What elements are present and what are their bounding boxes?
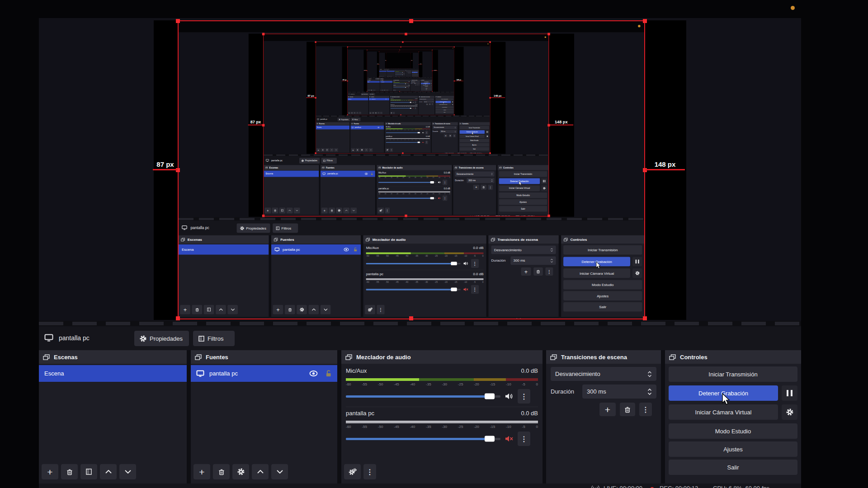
exit-button[interactable]: Salir [460, 147, 489, 151]
start-virtual-camera-button[interactable]: Iniciar Cámara Virtual [499, 185, 540, 191]
scene-filters-button[interactable] [326, 148, 329, 152]
filters-button[interactable]: Filtros [273, 223, 298, 233]
spinbox-arrows-icon[interactable] [433, 101, 433, 103]
move-scene-down-button[interactable] [227, 305, 238, 314]
scenes-panel-header[interactable]: Escenas [316, 122, 350, 125]
crop-handle-top-right[interactable] [432, 50, 433, 50]
channel-menu-button[interactable]: ⋮ [404, 74, 405, 75]
speaker-muted-icon[interactable] [463, 287, 468, 292]
properties-button[interactable]: Propiedades [361, 93, 368, 95]
volume-slider[interactable] [386, 132, 421, 133]
scene-item[interactable]: Escena [316, 126, 350, 129]
transition-select[interactable]: Desvanecimiento [433, 126, 457, 129]
controls-panel-header[interactable]: Controles [561, 235, 644, 244]
channel-menu-button[interactable]: ⋮ [443, 196, 447, 201]
scene-item[interactable]: Escena [179, 244, 269, 255]
remove-scene-button[interactable] [192, 305, 203, 314]
crop-handle-top-right[interactable] [489, 41, 491, 42]
speaker-icon[interactable] [422, 132, 425, 134]
crop-selection-rect[interactable]: 87 px 148 px pantalla pc Propiedades Fi [379, 52, 419, 77]
remove-transition-button[interactable] [448, 134, 452, 137]
transition-menu-button[interactable]: ⋮ [418, 84, 419, 86]
crop-handle-bottom-left[interactable] [176, 316, 180, 320]
settings-button[interactable]: Ajustes [563, 291, 642, 300]
filters-button[interactable]: Filtros [369, 93, 375, 95]
start-virtual-camera-button[interactable]: Iniciar Cámara Virtual [563, 268, 630, 278]
crop-handle-bottom-right[interactable] [547, 215, 550, 217]
spinbox-arrows-icon[interactable] [491, 179, 493, 182]
channel-menu-button[interactable]: ⋮ [425, 131, 428, 134]
start-virtual-camera-button[interactable]: Iniciar Cámara Virtual [421, 84, 430, 86]
move-scene-down-button[interactable] [359, 112, 361, 114]
add-transition-button[interactable]: + [426, 103, 428, 105]
volume-slider-thumb[interactable] [410, 102, 411, 103]
crop-handle-top-middle[interactable] [402, 41, 403, 42]
scenes-panel-header[interactable]: Escenas [39, 350, 187, 364]
move-source-down-button[interactable] [387, 89, 388, 91]
crop-handle-top-right[interactable] [419, 52, 419, 52]
add-scene-button[interactable]: + [264, 208, 271, 214]
exit-button[interactable]: Salir [436, 111, 454, 113]
crop-handle-top-middle[interactable] [409, 19, 413, 23]
crop-handle-bottom-right[interactable] [643, 316, 647, 320]
transition-menu-button[interactable]: ⋮ [639, 403, 652, 416]
visibility-eye-icon[interactable] [309, 371, 318, 376]
channel-menu-button[interactable]: ⋮ [415, 107, 416, 109]
spinbox-arrows-icon[interactable] [419, 83, 420, 84]
filters-button[interactable]: Filtros [321, 158, 337, 164]
dock-splitter[interactable] [179, 217, 644, 221]
mixer-menu-button[interactable]: ⋮ [393, 112, 395, 114]
volume-slider[interactable] [391, 102, 412, 103]
add-scene-button[interactable]: + [316, 148, 320, 152]
move-source-down-button[interactable] [369, 148, 373, 152]
channel-menu-button[interactable]: ⋮ [415, 101, 416, 103]
duration-spinbox[interactable]: 300 ms [424, 101, 434, 103]
studio-mode-button[interactable]: Modo Estudio [460, 139, 489, 142]
remove-transition-button[interactable] [429, 103, 431, 105]
virtual-camera-settings-button[interactable] [541, 185, 547, 191]
volume-slider[interactable] [346, 438, 500, 440]
transition-menu-button[interactable]: ⋮ [488, 185, 492, 190]
move-scene-up-button[interactable] [100, 464, 117, 479]
audio-mixer-header[interactable]: Mezclador de audio [363, 235, 486, 244]
scene-filters-button[interactable] [204, 305, 214, 314]
mixer-menu-button[interactable]: ⋮ [363, 464, 376, 479]
crop-handle-top-middle[interactable] [399, 52, 399, 52]
source-item[interactable]: pantalla pc [369, 98, 389, 100]
move-scene-up-button[interactable] [356, 112, 359, 114]
crop-handle-top-right[interactable] [454, 47, 455, 47]
start-virtual-camera-button[interactable]: Iniciar Cámara Virtual [669, 404, 778, 420]
settings-button[interactable]: Ajustes [499, 199, 547, 205]
properties-button[interactable]: Propiedades [237, 223, 270, 233]
settings-button[interactable]: Ajustes [669, 441, 797, 457]
crop-selection-rect[interactable] [386, 53, 410, 69]
source-properties-button[interactable] [297, 305, 307, 314]
sources-panel-header[interactable]: Fuentes [191, 350, 337, 364]
studio-mode-button[interactable]: Modo Estudio [669, 423, 797, 439]
crop-handle-top-middle[interactable] [405, 33, 407, 36]
transition-menu-button[interactable]: ⋮ [431, 103, 433, 105]
mixer-menu-button[interactable]: ⋮ [385, 208, 390, 214]
properties-button[interactable]: Propiedades [134, 331, 189, 346]
start-streaming-button[interactable]: Iniciar Transmisión [436, 98, 454, 100]
volume-slider-thumb[interactable] [451, 288, 457, 291]
channel-menu-button[interactable]: ⋮ [471, 259, 479, 268]
volume-slider-thumb[interactable] [418, 132, 420, 133]
properties-button[interactable]: Propiedades [299, 158, 320, 164]
scene-item[interactable]: Escena [39, 365, 187, 382]
remove-source-button[interactable] [213, 464, 230, 479]
preview-canvas[interactable]: 87 px 148 px pantalla pc Propiedades Fi [377, 52, 423, 77]
add-scene-button[interactable]: + [180, 305, 190, 314]
scene-item[interactable]: Escena [379, 71, 387, 72]
visibility-eye-icon[interactable] [344, 248, 349, 251]
add-transition-button[interactable]: + [415, 84, 416, 86]
duration-spinbox[interactable]: 300 ms [467, 178, 494, 183]
remove-transition-button[interactable] [620, 403, 635, 416]
move-scene-up-button[interactable] [287, 208, 293, 214]
speaker-icon[interactable] [407, 84, 408, 84]
volume-slider-thumb[interactable] [405, 84, 406, 84]
transition-select[interactable]: Desvanecimiento [551, 367, 656, 381]
crop-handle-top-middle[interactable] [399, 50, 400, 50]
controls-panel-header[interactable]: Controles [665, 350, 801, 364]
start-streaming-button[interactable]: Iniciar Transmisión [669, 366, 797, 382]
